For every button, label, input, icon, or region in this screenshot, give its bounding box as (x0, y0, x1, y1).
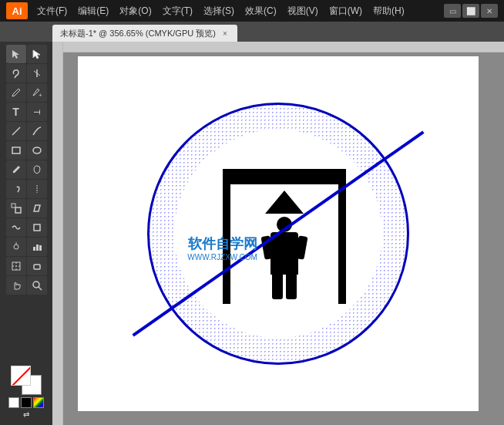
menu-file[interactable]: 文件(F) (32, 3, 72, 19)
svg-rect-12 (33, 247, 35, 251)
warp-tool[interactable] (6, 218, 26, 237)
color-section: ⇄ (5, 363, 47, 422)
tool-row-9 (6, 199, 47, 218)
menu-bar: 文件(F) 编辑(E) 对象(O) 文字(T) 选择(S) 效果(C) 视图(V… (32, 3, 439, 19)
tabbar: 未标题-1* @ 356.65% (CMYK/GPU 预览) × (0, 22, 504, 42)
paintbrush-tool[interactable] (6, 160, 26, 179)
svg-point-5 (33, 147, 41, 153)
svg-rect-4 (12, 147, 20, 153)
text-tool-icon: T (12, 106, 19, 118)
tool-row-10 (6, 218, 47, 237)
color-swatches[interactable] (11, 366, 42, 395)
svg-rect-7 (15, 207, 21, 213)
black-swatch[interactable] (21, 397, 32, 408)
tool-row-6 (6, 141, 47, 160)
svg-rect-18 (34, 265, 40, 269)
symbol-sprayer-tool[interactable] (6, 238, 26, 256)
rectangle-tool[interactable] (6, 141, 26, 160)
maximize-button[interactable]: ⬜ (462, 4, 479, 18)
hand-tool[interactable] (6, 276, 26, 295)
watermark: 软件自学网 WWW.RJZXW.COM (187, 234, 257, 261)
vertical-text-icon: T (32, 110, 42, 115)
watermark-text-url: WWW.RJZXW.COM (187, 252, 257, 261)
pen-tool[interactable] (6, 83, 26, 102)
ruler-top: // generate ticks programmatically via J… (52, 42, 504, 52)
svg-rect-14 (39, 245, 42, 251)
magic-wand-tool[interactable] (27, 64, 47, 83)
free-transform-tool[interactable] (27, 218, 47, 237)
none-swatch[interactable] (8, 397, 19, 408)
arc-tool[interactable] (27, 122, 47, 140)
watermark-text-cn: 软件自学网 (187, 234, 257, 252)
color-swatch[interactable] (33, 397, 44, 408)
tab-close-button[interactable]: × (220, 29, 230, 38)
svg-rect-23 (52, 42, 504, 52)
zoom-tool[interactable] (27, 276, 47, 295)
canvas-area[interactable]: // generate ticks programmatically via J… (52, 42, 504, 425)
tool-row-11 (6, 238, 47, 256)
direct-select-tool[interactable] (27, 45, 47, 63)
minimize-button[interactable]: ▭ (444, 4, 461, 18)
window-controls: ▭ ⬜ ✕ (444, 4, 498, 18)
svg-point-10 (14, 245, 18, 249)
menu-window[interactable]: 窗口(W) (324, 3, 367, 19)
main-layout: + T T (0, 42, 504, 425)
add-anchor-tool[interactable]: + (27, 83, 47, 102)
artboard: 软件自学网 WWW.RJZXW.COM (78, 56, 479, 411)
tool-row-5 (6, 122, 47, 140)
sign-container: 软件自学网 WWW.RJZXW.COM (139, 95, 417, 373)
document-tab[interactable]: 未标题-1* @ 356.65% (CMYK/GPU 预览) × (52, 25, 237, 42)
tool-row-2 (6, 64, 47, 83)
menu-select[interactable]: 选择(S) (199, 3, 239, 19)
menu-help[interactable]: 帮助(H) (368, 3, 409, 19)
ai-logo: Ai (6, 2, 28, 19)
tool-row-1 (6, 45, 47, 63)
menu-text[interactable]: 文字(T) (158, 3, 197, 19)
svg-line-3 (12, 127, 20, 135)
menu-object[interactable]: 对象(O) (115, 3, 156, 19)
rotate-tool[interactable] (6, 180, 26, 198)
ruler-left (52, 42, 63, 425)
lasso-tool[interactable] (6, 64, 26, 83)
vertical-text-tool[interactable]: T (27, 103, 47, 121)
column-graph-tool[interactable] (27, 238, 47, 256)
tool-row-7 (6, 160, 47, 179)
tool-row-4: T T (6, 103, 47, 121)
svg-point-19 (33, 282, 39, 288)
text-tool[interactable]: T (6, 103, 26, 121)
eraser-tool[interactable] (27, 257, 47, 275)
reflect-tool[interactable] (27, 180, 47, 198)
svg-rect-13 (36, 245, 39, 251)
slice-tool[interactable] (6, 257, 26, 275)
svg-text:+: + (39, 92, 42, 98)
select-tool[interactable] (6, 45, 26, 63)
line-segment-tool[interactable] (6, 122, 26, 140)
tool-row-12 (6, 257, 47, 275)
fill-swatch[interactable] (11, 366, 31, 386)
titlebar: Ai 文件(F) 编辑(E) 对象(O) 文字(T) 选择(S) 效果(C) 视… (0, 0, 504, 22)
svg-line-20 (39, 287, 42, 290)
svg-rect-25 (52, 42, 63, 425)
scale-tool[interactable] (6, 199, 26, 218)
swap-colors-button[interactable]: ⇄ (23, 410, 29, 419)
small-color-swatches (8, 397, 44, 408)
menu-effect[interactable]: 效果(C) (240, 3, 281, 19)
tab-label: 未标题-1* @ 356.65% (CMYK/GPU 预览) (60, 28, 216, 39)
tool-row-8 (6, 180, 47, 198)
close-button[interactable]: ✕ (481, 4, 498, 18)
menu-view[interactable]: 视图(V) (283, 3, 323, 19)
menu-edit[interactable]: 编辑(E) (73, 3, 113, 19)
svg-rect-9 (34, 224, 40, 231)
shear-tool[interactable] (27, 199, 47, 218)
tool-row-3: + (6, 83, 47, 102)
ellipse-tool[interactable] (27, 141, 47, 160)
blob-brush-tool[interactable] (27, 160, 47, 179)
tool-row-13 (6, 276, 47, 295)
toolbar: + T T (0, 42, 52, 425)
